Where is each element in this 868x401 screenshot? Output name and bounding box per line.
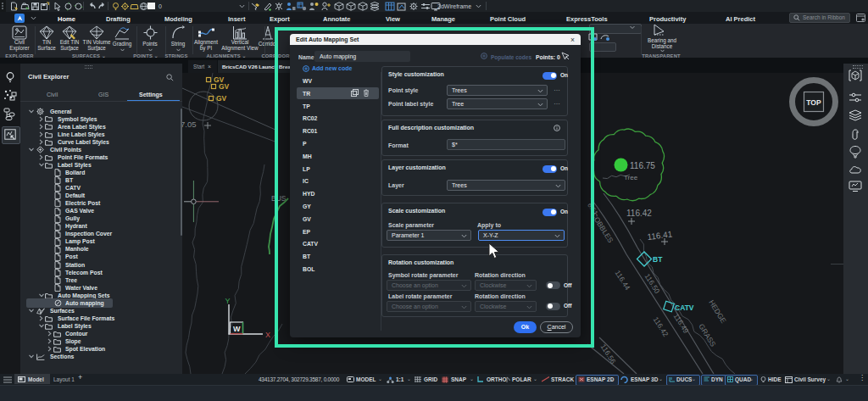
svg-text:116.42: 116.42 [626,209,652,218]
svg-text:Tree: Tree [624,174,638,181]
svg-text:BT: BT [653,255,663,264]
svg-text:HEDGE: HEDGE [707,298,728,325]
svg-text:W: W [233,325,241,333]
svg-text:116.56: 116.56 [599,343,618,365]
svg-text:7.05: 7.05 [182,120,197,129]
svg-text:GV: GV [219,82,230,91]
svg-text:116.44: 116.44 [614,269,632,292]
svg-text:CATV: CATV [675,304,694,312]
svg-text:TOP: TOP [806,98,821,107]
svg-text:116.75: 116.75 [630,161,655,170]
svg-text:X: X [265,331,270,339]
svg-text:GV: GV [216,94,227,103]
svg-text:Y: Y [225,297,231,305]
svg-text:116.41: 116.41 [647,229,673,242]
svg-text:116.49: 116.49 [672,312,691,335]
